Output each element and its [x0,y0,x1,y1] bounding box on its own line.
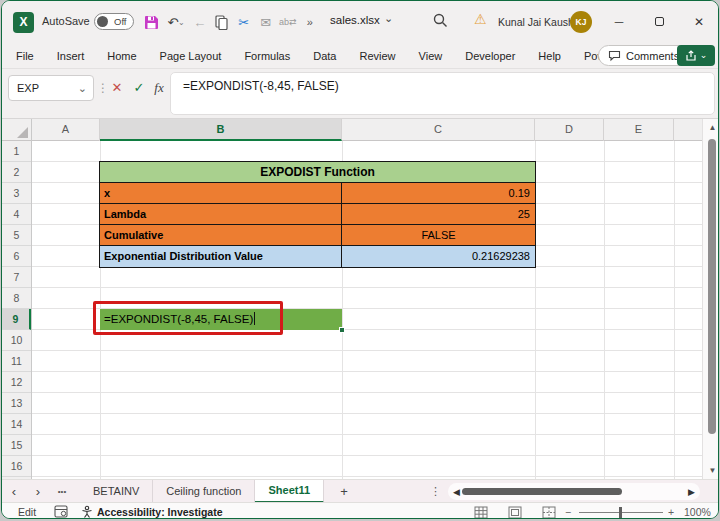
share-dropdown-icon: ⌄ [700,50,708,60]
column-header-a[interactable]: A [32,119,100,141]
vertical-scrollbar[interactable]: ▲ ▼ [702,119,719,479]
sheet-tab-sheet11-active[interactable]: Sheet11 [255,480,324,503]
cell-b5-label[interactable]: Cumulative [100,225,342,245]
row-header-10[interactable]: 10 [2,330,31,351]
document-title[interactable]: sales.xlsx [330,14,380,26]
row-header-14[interactable]: 14 [2,414,31,435]
scroll-down-icon[interactable]: ▼ [703,466,719,475]
tab-view[interactable]: View [419,50,443,62]
share-icon [685,50,697,62]
scroll-right-icon[interactable]: ▶ [688,487,695,497]
row-header-2[interactable]: 2 [2,162,31,183]
user-avatar[interactable]: KJ [570,11,592,33]
row-header-9-selected[interactable]: 9 [2,309,31,330]
row-header-4[interactable]: 4 [2,204,31,225]
row-header-5[interactable]: 5 [2,225,31,246]
excel-logo-icon[interactable]: X [13,12,34,33]
copy-icon[interactable] [211,11,233,33]
column-header-e[interactable]: E [604,119,674,141]
row-header-7[interactable]: 7 [2,267,31,288]
zoom-in-button[interactable]: + [668,506,674,518]
cut-scissors-icon[interactable]: ✂ [233,11,255,33]
zoom-slider[interactable] [579,512,663,513]
column-header-c[interactable]: C [342,119,535,141]
column-header-d[interactable]: D [535,119,604,141]
column-header-partial[interactable] [674,119,702,141]
toggle-knob-icon [97,16,108,27]
accessibility-status[interactable]: Accessibility: Investigate [97,506,222,518]
select-all-corner[interactable] [2,119,32,141]
new-sheet-button[interactable]: + [324,484,364,499]
row-header-16[interactable]: 16 [2,456,31,477]
cell-c3-value[interactable]: 0.19 [342,183,535,203]
cell-b4-label[interactable]: Lambda [100,204,342,224]
accessibility-icon[interactable] [80,505,94,519]
name-box[interactable]: EXP ⌄ [8,75,94,101]
scroll-up-icon[interactable]: ▲ [703,123,719,132]
cancel-button[interactable]: ✕ [106,75,128,101]
page-layout-view-icon[interactable] [508,506,522,519]
autosave-toggle[interactable]: Off [94,13,134,30]
search-icon[interactable] [432,12,449,33]
insert-function-button[interactable]: fx [148,75,170,101]
tab-insert[interactable]: Insert [57,50,85,62]
row-header-13[interactable]: 13 [2,393,31,414]
row-header-11[interactable]: 11 [2,351,31,372]
zoom-slider-thumb[interactable] [619,507,622,518]
tabbar-options-icon[interactable]: ⋮ [430,485,441,498]
row-header-1[interactable]: 1 [2,141,31,162]
cell-b3-label[interactable]: x [100,183,342,203]
tab-data[interactable]: Data [313,50,336,62]
fill-handle[interactable] [339,327,345,333]
sheet-tab-bar: ‹ › ••• BETAINV Ceiling function Sheet11… [2,479,718,502]
title-dropdown-icon[interactable]: ⌄ [384,12,393,25]
minimize-button[interactable]: ─ [605,9,633,35]
horizontal-scrollbar-thumb[interactable] [462,488,622,495]
sheet-tab-ceiling-function[interactable]: Ceiling function [153,480,255,503]
sheet-nav-right-icon[interactable]: › [26,484,50,499]
tab-home[interactable]: Home [107,50,136,62]
normal-view-icon[interactable] [474,506,488,519]
row-header-12[interactable]: 12 [2,372,31,393]
tab-review[interactable]: Review [359,50,395,62]
tab-formulas[interactable]: Formulas [244,50,290,62]
zoom-out-button[interactable]: − [565,506,571,518]
horizontal-scrollbar[interactable]: ◀ ▶ [448,483,700,500]
zoom-level[interactable]: 100% [684,506,711,518]
quick-access-toolbar: ↶ ⌄ ← ✂ ✉ ab⇄ » [140,11,321,33]
page-break-preview-icon[interactable] [542,506,556,519]
name-box-dropdown-icon[interactable]: ⌄ [78,76,87,100]
cell-b6-label[interactable]: Exponential Distribution Value [100,246,342,267]
cell-c6-value[interactable]: 0.21629238 [342,246,535,267]
save-icon[interactable] [140,11,162,33]
toolbar-overflow-icon[interactable]: » [299,11,321,33]
row-header-8[interactable]: 8 [2,288,31,309]
row-header-3[interactable]: 3 [2,183,31,204]
sheet-tab-betainv[interactable]: BETAINV [80,480,153,503]
cell-c5-value[interactable]: FALSE [342,225,535,245]
row-header-15[interactable]: 15 [2,435,31,456]
table-title-cell[interactable]: EXPODIST Function [100,162,535,183]
scroll-left-icon[interactable]: ◀ [453,487,460,497]
cell-c4-value[interactable]: 25 [342,204,535,224]
sheet-nav-left-icon[interactable]: ‹ [2,484,26,499]
comments-button[interactable]: Comments [598,45,689,66]
macro-record-icon[interactable] [54,505,68,519]
share-button[interactable]: ⌄ [677,45,715,66]
tab-developer[interactable]: Developer [465,50,515,62]
tab-page-layout[interactable]: Page Layout [160,50,222,62]
all-sheets-icon[interactable]: ••• [50,487,74,496]
vertical-scrollbar-thumb[interactable] [708,139,716,434]
maximize-button[interactable] [645,9,673,35]
undo-dropdown-icon[interactable]: ⌄ [178,18,185,27]
tab-help[interactable]: Help [538,50,561,62]
row-header-6[interactable]: 6 [2,246,31,267]
column-header-b-selected[interactable]: B [100,119,342,141]
close-button[interactable]: ✕ [685,9,713,35]
tab-file[interactable]: File [16,50,34,62]
enter-button[interactable]: ✓ [128,75,150,101]
formula-input[interactable]: =EXPONDIST(-8,45, FALSE) [170,72,715,115]
warning-icon[interactable]: ⚠ [474,11,487,27]
column-header-row: A B C D E [2,119,702,141]
user-name[interactable]: Kunal Jai Kaushik [498,16,581,28]
